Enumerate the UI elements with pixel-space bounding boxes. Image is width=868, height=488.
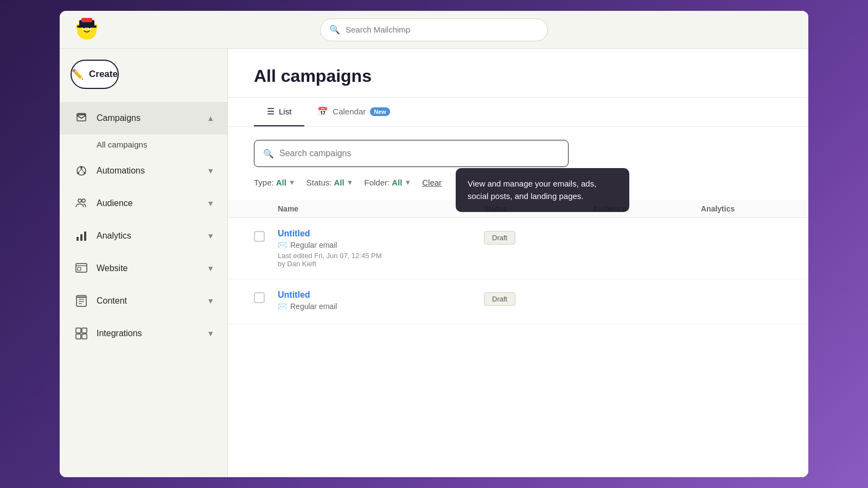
content-icon [73, 292, 90, 310]
website-icon [73, 260, 90, 277]
row-2-check[interactable] [254, 290, 278, 303]
analytics-chevron: ▼ [207, 232, 214, 240]
svg-point-12 [80, 166, 82, 169]
email-icon: ✉️ [278, 241, 287, 249]
campaign-1-name[interactable]: Untitled [278, 229, 484, 239]
tabs-row: ☰ List 📅 Calendar New [228, 98, 808, 127]
row-2-checkbox[interactable] [254, 292, 265, 303]
tab-calendar[interactable]: 📅 Calendar New [304, 98, 403, 126]
search-campaigns-input[interactable] [279, 149, 559, 158]
website-chevron: ▼ [207, 264, 214, 273]
tab-list[interactable]: ☰ List [254, 98, 304, 126]
tab-list-label: List [279, 107, 291, 116]
website-label: Website [97, 264, 207, 273]
global-search-bar[interactable]: 🔍 [320, 18, 548, 41]
svg-rect-21 [84, 232, 86, 241]
global-search-input[interactable] [346, 25, 539, 34]
audience-chevron: ▼ [207, 199, 214, 208]
create-button[interactable]: ✏️ Create [71, 60, 119, 89]
sidebar-item-website[interactable]: Website ▼ [60, 252, 227, 285]
integrations-chevron: ▼ [207, 329, 214, 338]
campaign-1-meta: Last edited Fri, Jun 07, 12:45 PMby Dan … [278, 252, 484, 268]
integrations-label: Integrations [97, 329, 207, 338]
status-filter-value: All [334, 178, 344, 187]
integrations-icon [73, 325, 90, 342]
search-campaigns-icon: 🔍 [263, 149, 274, 159]
status-filter-chevron: ▼ [347, 178, 354, 187]
clear-button[interactable]: Clear [422, 178, 442, 187]
automations-icon [73, 162, 90, 179]
type-filter-chevron: ▼ [289, 178, 296, 187]
analytics-icon [73, 227, 90, 245]
calendar-icon: 📅 [317, 106, 328, 117]
folder-filter[interactable]: Folder: All ▼ [364, 178, 411, 187]
folder-filter-chevron: ▼ [404, 178, 411, 187]
content-label: Content [97, 296, 207, 306]
main-layout: ✏️ Create Campaigns ▲ All campaigns [60, 49, 808, 477]
campaign-2-name[interactable]: Untitled [278, 290, 484, 300]
campaign-2-type: ✉️ Regular email [278, 302, 484, 311]
automations-chevron: ▼ [207, 166, 214, 175]
th-analytics: Analytics [701, 204, 782, 213]
draft-badge-1: Draft [484, 231, 515, 245]
svg-rect-32 [82, 334, 87, 339]
content-chevron: ▼ [207, 297, 214, 305]
type-filter-label: Type: [254, 178, 274, 187]
th-audience: Audience [592, 204, 701, 213]
folder-filter-label: Folder: [364, 178, 390, 187]
sidebar-item-integrations[interactable]: Integrations ▼ [60, 317, 227, 350]
sidebar: ✏️ Create Campaigns ▲ All campaigns [60, 49, 228, 477]
row-1-check[interactable] [254, 229, 278, 242]
table-row: Untitled ✉️ Regular email Last edited Fr… [228, 218, 808, 279]
analytics-label: Analytics [97, 231, 207, 241]
table-row: Untitled ✉️ Regular email Draft [228, 279, 808, 324]
svg-point-17 [78, 199, 81, 202]
audience-icon [73, 195, 90, 212]
svg-rect-30 [82, 328, 87, 333]
campaigns-label: Campaigns [97, 113, 207, 123]
list-icon: ☰ [267, 106, 275, 117]
svg-rect-24 [78, 267, 81, 271]
row-2-info: Untitled ✉️ Regular email [278, 290, 484, 313]
row-2-status: Draft [484, 290, 592, 306]
type-filter[interactable]: Type: All ▼ [254, 178, 296, 187]
sidebar-item-content[interactable]: Content ▼ [60, 285, 227, 317]
table-header: Name Status Audience Analytics [228, 200, 808, 218]
automations-label: Automations [97, 166, 207, 176]
svg-point-18 [82, 199, 85, 202]
svg-point-13 [77, 172, 79, 174]
status-filter[interactable]: Status: All ▼ [307, 178, 354, 187]
row-1-info: Untitled ✉️ Regular email Last edited Fr… [278, 229, 484, 268]
svg-rect-9 [77, 25, 97, 28]
audience-label: Audience [97, 198, 207, 208]
sidebar-item-audience[interactable]: Audience ▼ [60, 187, 227, 220]
campaign-1-type: ✉️ Regular email [278, 241, 484, 249]
campaigns-chevron: ▲ [207, 114, 214, 123]
th-name: Name [278, 204, 484, 213]
th-status: Status [484, 204, 592, 213]
sidebar-item-campaigns[interactable]: Campaigns ▲ [60, 102, 227, 134]
new-badge: New [370, 107, 390, 116]
filter-row: Type: All ▼ Status: All ▼ Folder: All ▼ [254, 178, 782, 187]
app-window: 🔍 ✏️ Create Campaigns ▲ [60, 11, 808, 477]
tab-calendar-label: Calendar [333, 107, 366, 116]
search-icon: 🔍 [329, 24, 340, 35]
draft-badge-2: Draft [484, 292, 515, 306]
svg-rect-19 [76, 237, 79, 241]
row-1-status: Draft [484, 229, 592, 245]
top-bar: 🔍 [60, 11, 808, 49]
status-filter-label: Status: [307, 178, 332, 187]
create-button-label: Create [89, 69, 118, 80]
email-icon-2: ✉️ [278, 302, 287, 311]
sidebar-item-automations[interactable]: Automations ▼ [60, 155, 227, 187]
page-header: All campaigns [228, 49, 808, 98]
search-campaigns-bar[interactable]: 🔍 [254, 140, 569, 167]
svg-point-14 [84, 172, 86, 174]
sidebar-item-all-campaigns[interactable]: All campaigns [60, 134, 227, 155]
mailchimp-logo [73, 16, 101, 44]
page-title: All campaigns [254, 66, 782, 86]
type-filter-value: All [276, 178, 286, 187]
content-area: All campaigns ☰ List 📅 Calendar New View… [228, 49, 808, 477]
row-1-checkbox[interactable] [254, 231, 265, 242]
sidebar-item-analytics[interactable]: Analytics ▼ [60, 220, 227, 252]
